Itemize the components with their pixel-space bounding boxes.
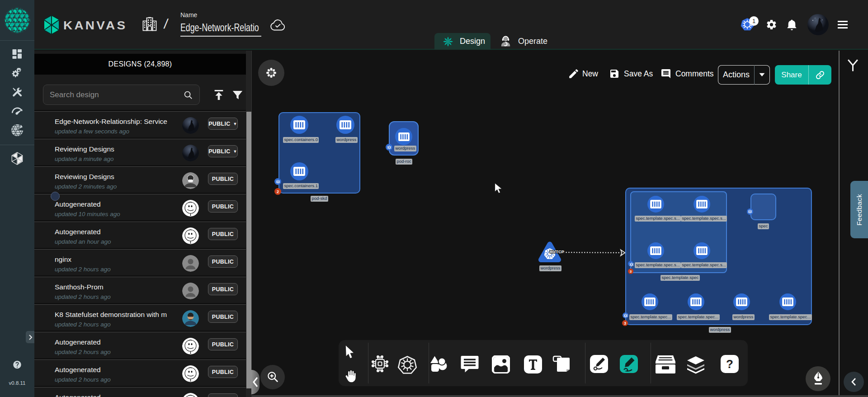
svg-text:?: ?	[726, 357, 733, 371]
